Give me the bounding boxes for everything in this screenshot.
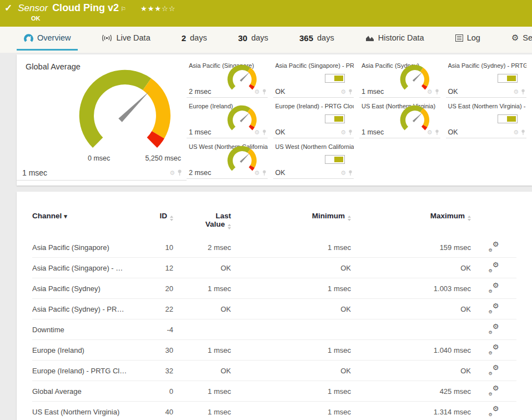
channel-gauge-panel[interactable]: Asia Pacific (Sydney) 1 msec ⚙	[359, 57, 440, 98]
gear-icon[interactable]: ⚙	[169, 170, 175, 176]
channel-settings-gears-icon[interactable]: ⚙⚙	[489, 303, 499, 313]
tab-number: 365	[299, 33, 313, 43]
pin-icon[interactable]	[262, 170, 267, 176]
status-check-icon: ✓	[4, 2, 12, 14]
table-row[interactable]: Global Average 0 1 msec 1 msec 425 msec …	[32, 381, 516, 402]
table-row[interactable]: US East (Northern Virginia) 40 1 msec 1 …	[32, 402, 516, 420]
col-header-channel[interactable]: Channel▾	[32, 207, 141, 237]
channel-panel-title: US East (Northern Virginia) - …	[448, 103, 527, 109]
table-row[interactable]: Downtime -4 ⚙⚙	[32, 319, 516, 340]
gear-icon[interactable]: ⚙	[340, 89, 346, 95]
gear-icon[interactable]: ⚙	[254, 89, 260, 95]
gear-icon[interactable]: ⚙	[513, 129, 519, 136]
gear-icon[interactable]: ⚙	[513, 89, 519, 95]
gear-icon[interactable]: ⚙	[340, 129, 346, 136]
pin-icon[interactable]	[262, 89, 267, 95]
cell-channel: US East (Northern Virginia)	[32, 402, 141, 420]
col-header-id[interactable]: ID	[141, 207, 173, 237]
tab-label: days	[190, 33, 207, 42]
gear-icon[interactable]: ⚙	[427, 89, 433, 95]
tab-number: 2	[182, 33, 186, 43]
channel-panel-value: 1 msec	[189, 128, 211, 136]
channel-gauge-panel[interactable]: Europe (Ireland) 1 msec ⚙	[187, 98, 268, 138]
pin-icon[interactable]	[435, 129, 439, 136]
status-toggle-indicator	[498, 114, 518, 123]
col-header-minimum[interactable]: Minimum	[231, 207, 351, 237]
table-row[interactable]: Europe (Ireland) - PRTG Cl… 32 OK OK OK …	[32, 361, 516, 381]
channel-gauge-panel[interactable]: US East (Northern Virginia) 1 msec ⚙	[359, 98, 440, 138]
global-average-panel[interactable]: Global Average 0 msec 5,250 msec 1 msec …	[17, 54, 187, 181]
tab-2-days[interactable]: 2 days	[174, 27, 214, 51]
pin-icon[interactable]	[348, 89, 353, 95]
channel-settings-gears-icon[interactable]: ⚙⚙	[489, 344, 499, 354]
table-row[interactable]: Europe (Ireland) 30 1 msec 1 msec 1.040 …	[32, 340, 516, 361]
gear-icon[interactable]: ⚙	[254, 129, 260, 136]
page-title: Cloud Ping v2	[52, 2, 119, 14]
table-row[interactable]: Asia Pacific (Sydney) - PR… 22 OK OK OK …	[32, 299, 516, 319]
status-badge: OK	[31, 15, 526, 22]
pin-icon[interactable]	[177, 169, 182, 176]
channel-panel-value: 1 msec	[362, 128, 384, 136]
pin-icon[interactable]	[262, 129, 267, 136]
tab-365-days[interactable]: 365 days	[292, 27, 342, 51]
col-label: Maximum	[430, 212, 465, 220]
pin-icon[interactable]	[348, 170, 353, 176]
cell-id: 30	[141, 340, 173, 361]
col-header-maximum[interactable]: Maximum	[351, 207, 471, 237]
channel-panel-value: OK	[448, 128, 458, 136]
table-row[interactable]: Asia Pacific (Singapore) 10 2 msec 1 mse…	[32, 237, 516, 258]
tab-live-data[interactable]: Live Data	[94, 27, 157, 51]
cell-channel: Asia Pacific (Singapore)	[32, 237, 141, 258]
tab-historic-data[interactable]: Historic Data	[358, 27, 431, 51]
tab-overview[interactable]: Overview	[17, 27, 78, 51]
tab-label: Historic Data	[378, 33, 424, 42]
channel-status-panel[interactable]: Asia Pacific (Sydney) - PRTG … OK ⚙	[446, 57, 527, 98]
channel-status-panel[interactable]: US West (Northern California)… OK ⚙	[273, 138, 354, 179]
gear-icon[interactable]: ⚙	[340, 170, 346, 176]
gear-icon[interactable]: ⚙	[427, 129, 433, 136]
status-toggle-indicator	[325, 155, 345, 164]
cell-last-value: 1 msec	[173, 278, 231, 299]
pin-icon[interactable]	[521, 129, 525, 136]
tab-log[interactable]: Log	[448, 27, 488, 51]
channel-gauge-panel[interactable]: US West (Northern California) 2 msec ⚙	[187, 138, 268, 179]
col-label: ID	[160, 212, 168, 220]
channel-status-panel[interactable]: US East (Northern Virginia) - … OK ⚙	[446, 98, 527, 138]
sensor-header: ✓ Sensor Cloud Ping v2 ⚐ ★★★☆☆ OK	[0, 0, 532, 27]
col-header-actions	[471, 207, 516, 237]
channel-gauge-panel[interactable]: Asia Pacific (Singapore) 2 msec ⚙	[187, 57, 268, 98]
pin-icon[interactable]	[435, 89, 439, 95]
channel-panel-value: OK	[275, 88, 285, 96]
cell-maximum: 425 msec	[351, 381, 471, 402]
cell-minimum	[231, 319, 351, 340]
cell-last-value: 2 msec	[173, 237, 231, 258]
status-toggle-indicator	[498, 74, 518, 83]
channel-settings-gears-icon[interactable]: ⚙⚙	[489, 283, 499, 292]
pin-icon[interactable]	[521, 89, 525, 95]
col-header-last-value[interactable]: Last Value	[173, 207, 231, 237]
channel-status-panel[interactable]: Asia Pacific (Singapore) - PR… OK ⚙	[273, 57, 354, 98]
table-row[interactable]: Asia Pacific (Sydney) 20 1 msec 1 msec 1…	[32, 278, 516, 299]
tab-30-days[interactable]: 30 days	[231, 27, 275, 51]
tab-label: Settings	[523, 33, 532, 42]
flag-icon[interactable]: ⚐	[121, 6, 126, 13]
channel-settings-gears-icon[interactable]: ⚙⚙	[489, 406, 499, 416]
priority-stars[interactable]: ★★★☆☆	[140, 4, 175, 13]
channel-settings-gears-icon[interactable]: ⚙⚙	[489, 365, 499, 374]
channel-settings-gears-icon[interactable]: ⚙⚙	[489, 242, 499, 251]
channel-settings-gears-icon[interactable]: ⚙⚙	[489, 262, 499, 272]
table-row[interactable]: Asia Pacific (Singapore) - … 12 OK OK OK…	[32, 258, 516, 278]
channel-status-panel[interactable]: Europe (Ireland) - PRTG Cloud… OK ⚙	[273, 98, 354, 138]
area-chart-icon	[365, 34, 374, 42]
status-toggle-indicator	[325, 74, 345, 83]
global-average-title: Global Average	[26, 62, 81, 71]
tab-bar: Overview Live Data 2 days 30 days 365 da…	[0, 27, 532, 53]
tab-settings[interactable]: ⚙ Settings	[504, 27, 532, 51]
channel-settings-gears-icon[interactable]: ⚙⚙	[489, 386, 499, 395]
gear-icon[interactable]: ⚙	[254, 170, 260, 176]
cell-last-value: OK	[173, 361, 231, 381]
channel-settings-gears-icon[interactable]: ⚙⚙	[489, 324, 499, 333]
col-label: Channel	[32, 212, 62, 220]
pin-icon[interactable]	[348, 129, 353, 136]
cell-minimum: OK	[231, 361, 351, 381]
